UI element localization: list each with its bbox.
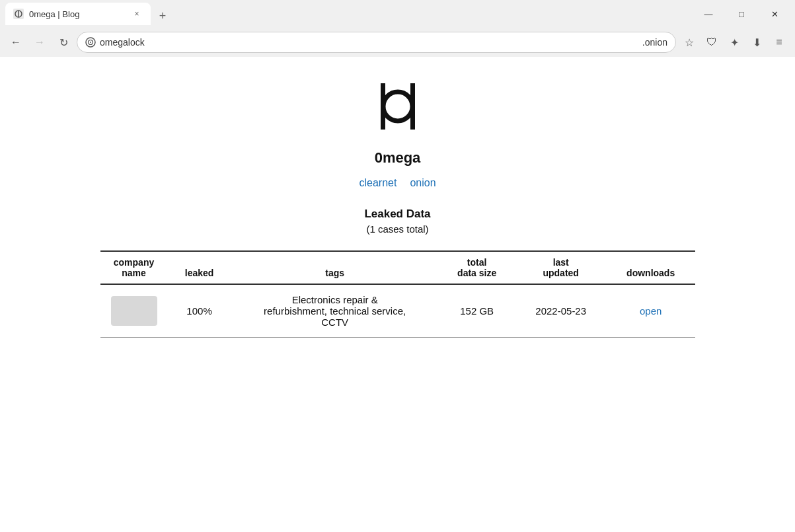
page-content: 0mega clearnet onion Leaked Data (1 case…	[0, 57, 795, 532]
col-header-leaked: leaked	[168, 251, 231, 284]
col-header-size: totaldata size	[439, 251, 515, 284]
address-bar[interactable]: omegalock .onion	[77, 32, 676, 53]
maximize-button[interactable]: □	[726, 3, 757, 24]
menu-icon[interactable]: ≡	[769, 32, 790, 53]
address-prefix: omegalock	[100, 37, 638, 48]
open-link[interactable]: open	[640, 305, 662, 317]
company-logo-placeholder	[111, 296, 157, 326]
tab-close-button[interactable]: ×	[131, 8, 143, 20]
col-header-company: companyname	[100, 251, 168, 284]
minimize-button[interactable]: —	[693, 3, 724, 24]
browser-window: 0mega | Blog × + — □ ✕ ← → ↻ omegalock .…	[0, 0, 795, 532]
updated-cell: 2022-05-23	[515, 284, 607, 338]
data-table: companyname leaked tags totaldata size l…	[100, 250, 695, 338]
site-logo	[371, 77, 424, 139]
reload-button[interactable]: ↻	[53, 32, 74, 53]
leaked-cell: 100%	[168, 284, 231, 338]
clearnet-link[interactable]: clearnet	[359, 177, 397, 189]
company-logo-cell	[100, 284, 168, 338]
col-header-downloads: downloads	[607, 251, 695, 284]
active-tab[interactable]: 0mega | Blog ×	[5, 3, 151, 25]
tab-bar: 0mega | Blog × +	[5, 3, 693, 25]
tab-favicon	[13, 9, 24, 19]
toolbar-icons: ☆ 🛡 ✦ ⬇ ≡	[679, 32, 790, 53]
forward-button[interactable]: →	[29, 32, 50, 53]
shield-icon[interactable]: 🛡	[701, 32, 722, 53]
table-header-row: companyname leaked tags totaldata size l…	[100, 251, 695, 284]
col-header-updated: lastupdated	[515, 251, 607, 284]
new-tab-button[interactable]: +	[153, 7, 172, 25]
site-title: 0mega	[375, 149, 421, 167]
tags-cell: Electronics repair &refurbishment, techn…	[231, 284, 439, 338]
window-controls: — □ ✕	[693, 3, 790, 24]
svg-point-8	[383, 92, 412, 121]
address-suffix: .onion	[642, 37, 667, 48]
title-bar: 0mega | Blog × + — □ ✕	[0, 0, 795, 28]
back-button[interactable]: ←	[5, 32, 26, 53]
col-header-tags: tags	[231, 251, 439, 284]
star-icon[interactable]: ☆	[679, 32, 700, 53]
site-links: clearnet onion	[359, 177, 435, 189]
extensions-icon[interactable]: ✦	[724, 32, 745, 53]
svg-point-5	[90, 42, 91, 43]
download-icon[interactable]: ⬇	[746, 32, 767, 53]
section-title: Leaked Data	[364, 208, 430, 221]
nav-bar: ← → ↻ omegalock .onion ☆ 🛡 ✦ ⬇ ≡	[0, 28, 795, 57]
tab-title: 0mega | Blog	[29, 9, 126, 19]
close-button[interactable]: ✕	[759, 3, 790, 24]
table-row: 100% Electronics repair &refurbishment, …	[100, 284, 695, 338]
onion-link[interactable]: onion	[410, 177, 435, 189]
downloads-cell: open	[607, 284, 695, 338]
section-subtitle: (1 cases total)	[366, 223, 428, 235]
size-cell: 152 GB	[439, 284, 515, 338]
tor-icon	[85, 37, 96, 48]
